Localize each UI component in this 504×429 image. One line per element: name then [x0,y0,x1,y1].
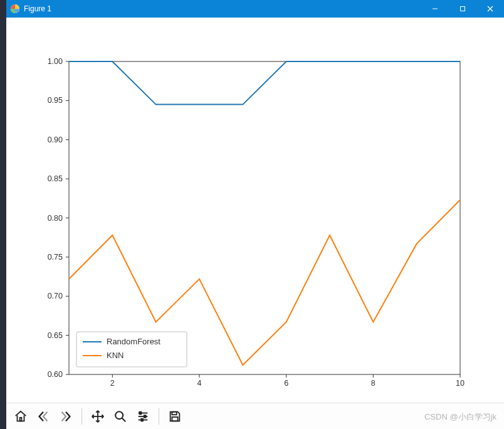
svg-point-40 [115,411,123,419]
svg-text:0.95: 0.95 [48,96,63,105]
app-icon [10,4,20,14]
legend-label: KNN [107,351,123,360]
editor-gutter [0,0,6,429]
svg-rect-37 [20,417,22,421]
svg-text:0.90: 0.90 [48,135,63,144]
titlebar: Figure 1 [6,0,504,18]
svg-text:0.75: 0.75 [48,253,63,262]
svg-text:2: 2 [110,379,115,388]
svg-rect-5 [69,61,460,374]
series-line [69,61,460,105]
window-title: Figure 1 [24,4,51,13]
svg-rect-49 [172,416,177,420]
zoom-button[interactable] [110,406,131,427]
svg-rect-45 [140,411,142,414]
svg-rect-46 [144,415,146,418]
svg-text:0.85: 0.85 [48,174,63,183]
svg-rect-48 [172,411,176,415]
close-button[interactable] [476,0,504,18]
maximize-button[interactable] [449,0,476,18]
figure-window: Figure 1 2468100.600.650.700.750.800.850… [6,0,504,429]
plot-area: 2468100.600.650.700.750.800.850.900.951.… [6,18,504,403]
svg-rect-2 [461,7,465,11]
svg-text:0.70: 0.70 [48,292,63,300]
svg-text:0.80: 0.80 [48,214,63,223]
chart-svg: 2468100.600.650.700.750.800.850.900.951.… [6,18,504,403]
toolbar-separator [81,408,82,425]
home-button[interactable] [10,406,31,427]
save-button[interactable] [164,406,186,427]
svg-text:1.00: 1.00 [48,57,63,66]
forward-button[interactable] [55,406,76,427]
matplotlib-toolbar [6,403,504,429]
svg-rect-47 [141,418,143,421]
back-button[interactable] [33,406,54,427]
svg-text:10: 10 [456,379,465,388]
svg-text:0.65: 0.65 [48,331,63,340]
svg-text:8: 8 [371,379,375,388]
toolbar-separator [159,408,159,425]
svg-text:0.60: 0.60 [48,370,63,379]
legend-label: RandomForest [107,337,160,346]
svg-text:4: 4 [197,379,202,388]
pan-button[interactable] [87,406,108,427]
minimize-button[interactable] [421,0,449,18]
svg-text:6: 6 [284,379,288,388]
svg-line-41 [122,418,126,421]
configure-subplots-button[interactable] [132,406,154,427]
